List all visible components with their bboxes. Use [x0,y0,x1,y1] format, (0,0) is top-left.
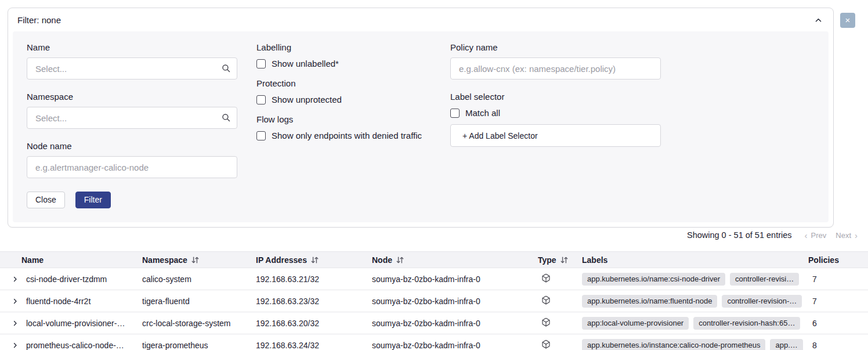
endpoint-policies-count: 7 [808,297,868,306]
endpoint-labels: app:local-volume-provisionercontroller-r… [582,317,808,330]
endpoint-name: prometheus-calico-node-… [26,341,124,350]
match-all-checkbox[interactable] [450,109,460,118]
chevron-right-icon: › [855,231,858,240]
show-unprotected-label: Show unprotected [272,95,342,104]
node-name-label: Node name [27,141,237,151]
next-label: Next [836,231,851,240]
endpoint-node: soumya-bz-0zbo-kadm-infra-0 [372,319,538,328]
denied-traffic-checkbox[interactable] [256,131,266,140]
table-row[interactable]: fluentd-node-4rr2t tigera-fluentd 192.16… [0,290,868,312]
search-icon [221,113,231,122]
namespace-label: Namespace [27,92,237,102]
prev-page-button[interactable]: ‹ Prev [805,231,827,240]
label-chip: controller-revisi… [730,273,799,286]
table-row[interactable]: csi-node-driver-tzdmm calico-system 192.… [0,268,868,290]
endpoint-name: csi-node-driver-tzdmm [26,275,107,284]
endpoint-policies-count: 7 [808,275,868,284]
endpoints-table: NameNamespaceIP AddressesNodeTypeLabelsP… [0,251,868,350]
protection-heading: Protection [256,78,431,88]
column-header-type[interactable]: Type [538,255,582,265]
workload-endpoint-type-icon [541,295,551,306]
endpoint-policies-count: 6 [808,319,868,328]
workload-endpoint-type-icon [541,317,551,329]
chevron-left-icon: ‹ [805,231,808,240]
column-header-labels: Labels [582,255,808,265]
label-chip: app.kubernetes.io/name:fluentd-node [582,295,717,308]
labelling-heading: Labelling [256,42,431,52]
node-name-input[interactable] [27,156,237,178]
next-page-button[interactable]: Next › [836,231,858,240]
label-chip: app.kubernetes.io/instance:calico-node-p… [582,339,765,350]
policy-name-input[interactable] [450,57,661,80]
column-header-policies: Policies [808,255,868,265]
endpoint-namespace: tigera-prometheus [142,341,256,350]
name-label: Name [27,42,237,52]
endpoint-ip-addresses: 192.168.63.20/32 [256,319,372,328]
add-label-selector-button[interactable]: + Add Label Selector [450,124,661,147]
label-chip: controller-revision-… [722,295,802,308]
denied-traffic-label: Show only endpoints with denied traffic [272,131,422,140]
endpoint-namespace: crc-local-storage-system [142,319,256,328]
prev-label: Prev [811,231,827,240]
label-chip: controller-revision-hash:65… [693,317,800,330]
endpoint-labels: app.kubernetes.io/name:fluentd-nodecontr… [582,295,808,308]
sort-icon[interactable] [191,257,199,264]
endpoint-node: soumya-bz-0zbo-kadm-infra-0 [372,275,538,284]
close-panel-button[interactable]: × [840,13,855,28]
table-row[interactable]: prometheus-calico-node-… tigera-promethe… [0,334,868,350]
endpoint-ip-addresses: 192.168.63.24/32 [256,341,372,350]
endpoint-labels: app.kubernetes.io/name:csi-node-driverco… [582,273,808,286]
showing-entries-text: Showing 0 - 51 of 51 entries [687,230,792,240]
endpoint-node: soumya-bz-0zbo-kadm-infra-0 [372,341,538,350]
show-unlabelled-label: Show unlabelled* [272,59,339,68]
expand-row-chevron-icon[interactable] [12,298,21,305]
node-name-field[interactable] [27,156,237,178]
endpoint-name: local-volume-provisioner-… [26,319,125,328]
match-all-label: Match all [465,108,500,118]
column-header-namespace[interactable]: Namespace [142,255,256,265]
name-select[interactable] [27,57,237,80]
policy-name-field[interactable] [450,57,661,80]
column-header-node[interactable]: Node [372,255,538,265]
endpoint-namespace: calico-system [142,275,256,284]
endpoint-ip-addresses: 192.168.63.23/32 [256,297,372,306]
expand-row-chevron-icon[interactable] [12,276,21,283]
search-icon [221,63,231,73]
table-row[interactable]: local-volume-provisioner-… crc-local-sto… [0,312,868,334]
endpoint-node: soumya-bz-0zbo-kadm-infra-0 [372,297,538,306]
filter-panel: Filter: none Name Namespace Node name [8,8,834,228]
namespace-select[interactable] [27,107,237,129]
workload-endpoint-type-icon [541,273,551,284]
sort-icon[interactable] [311,257,319,264]
endpoint-labels: app.kubernetes.io/instance:calico-node-p… [582,339,808,350]
endpoint-namespace: tigera-fluentd [142,297,256,306]
sort-icon[interactable] [396,257,404,264]
endpoint-policies-count: 8 [808,341,868,350]
flow-logs-heading: Flow logs [256,114,431,124]
show-unprotected-checkbox[interactable] [256,95,266,104]
label-selector-heading: Label selector [450,92,661,102]
filter-button[interactable]: Filter [75,192,111,208]
filter-panel-header: Filter: none [8,8,833,31]
show-unlabelled-checkbox[interactable] [256,59,266,68]
column-header-ip-addresses[interactable]: IP Addresses [256,255,372,265]
policy-name-label: Policy name [450,42,661,52]
expand-row-chevron-icon[interactable] [12,342,21,349]
name-select-input[interactable] [27,57,237,80]
pagination: Showing 0 - 51 of 51 entries ‹ Prev Next… [687,230,858,240]
label-chip: app:local-volume-provisioner [582,317,689,330]
column-header-name: Name [0,255,142,265]
endpoint-name: fluentd-node-4rr2t [26,297,91,306]
endpoint-ip-addresses: 192.168.63.21/32 [256,275,372,284]
expand-row-chevron-icon[interactable] [12,320,21,327]
filter-title: Filter: none [17,15,61,25]
label-chip: app.kubernetes.io/name:csi-node-driver [582,273,725,286]
close-button[interactable]: Close [27,192,65,208]
sort-icon[interactable] [560,257,568,264]
workload-endpoint-type-icon [541,340,551,350]
chevron-up-icon[interactable] [814,16,823,24]
label-chip: app.… [770,339,802,350]
table-header-row: NameNamespaceIP AddressesNodeTypeLabelsP… [0,251,868,268]
namespace-select-input[interactable] [27,107,237,129]
filter-panel-body: Name Namespace Node name Close Filt [13,31,829,222]
